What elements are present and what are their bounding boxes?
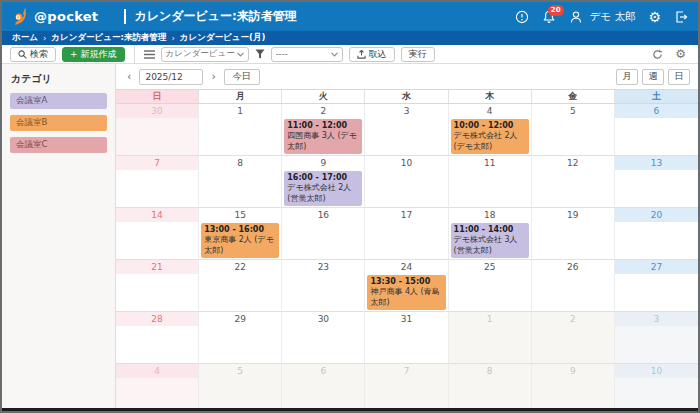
day-number: 8 bbox=[199, 156, 281, 170]
day-cell[interactable]: 26 bbox=[532, 260, 615, 312]
day-number: 22 bbox=[199, 260, 281, 274]
day-cell[interactable]: 1 bbox=[199, 104, 282, 156]
search-button-label: 検索 bbox=[30, 48, 48, 61]
breadcrumb-item[interactable]: カレンダービュー:来訪者管理 bbox=[51, 32, 166, 44]
event-chip[interactable]: 16:00 - 17:00デモ株式会社 2人 (営業太郎) bbox=[284, 171, 362, 206]
day-cell[interactable]: 22 bbox=[199, 260, 282, 312]
logo-text: @pocket bbox=[34, 9, 98, 24]
user-name[interactable]: デモ 太郎 bbox=[590, 10, 636, 24]
day-cell[interactable]: 410:00 - 12:00デモ株式会社 2人 (デモ太郎) bbox=[449, 104, 532, 156]
day-cell[interactable]: 211:00 - 12:00四国商事 3人 (デモ 太郎) bbox=[282, 104, 365, 156]
day-cell[interactable]: 3 bbox=[615, 312, 698, 364]
day-cell[interactable]: 1 bbox=[449, 312, 532, 364]
search-icon bbox=[18, 50, 27, 59]
view-day-button[interactable]: 日 bbox=[668, 69, 690, 85]
day-number: 3 bbox=[365, 104, 447, 118]
import-button[interactable]: 取込 bbox=[349, 47, 395, 62]
day-cell[interactable]: 13 bbox=[615, 156, 698, 208]
event-chip[interactable]: 10:00 - 12:00デモ株式会社 2人 (デモ太郎) bbox=[451, 119, 529, 154]
day-cell[interactable]: 6 bbox=[615, 104, 698, 156]
view-select-value: カレンダービュー bbox=[166, 48, 235, 60]
breadcrumb-item[interactable]: カレンダービュー(月) bbox=[180, 32, 265, 44]
day-cell[interactable]: 1513:00 - 16:00東京商事 2人 (デモ 太郎) bbox=[199, 208, 282, 260]
search-button[interactable]: 検索 bbox=[10, 47, 56, 62]
day-cell[interactable]: 28 bbox=[116, 312, 199, 364]
day-cell[interactable]: 10 bbox=[615, 364, 698, 408]
day-cell[interactable]: 6 bbox=[282, 364, 365, 408]
weekday-label: 木 bbox=[449, 90, 532, 103]
category-chip-A[interactable]: 会議室A bbox=[10, 93, 107, 109]
execute-button[interactable]: 実行 bbox=[401, 47, 435, 62]
day-cell[interactable]: 2 bbox=[532, 312, 615, 364]
day-number: 25 bbox=[449, 260, 531, 274]
category-list: 会議室A会議室B会議室C bbox=[2, 93, 115, 153]
day-number: 9 bbox=[532, 364, 614, 378]
day-number: 19 bbox=[532, 208, 614, 222]
category-chip-B[interactable]: 会議室B bbox=[10, 115, 107, 131]
event-chip[interactable]: 11:00 - 12:00四国商事 3人 (デモ 太郎) bbox=[284, 119, 362, 154]
day-cell[interactable]: 31 bbox=[365, 312, 448, 364]
day-cell[interactable]: 7 bbox=[365, 364, 448, 408]
day-cell[interactable]: 4 bbox=[116, 364, 199, 408]
notifications-bell[interactable]: 20 bbox=[542, 10, 556, 24]
day-cell[interactable]: 30 bbox=[282, 312, 365, 364]
day-cell[interactable]: 14 bbox=[116, 208, 199, 260]
day-cell[interactable]: 21 bbox=[116, 260, 199, 312]
day-cell[interactable]: 5 bbox=[532, 104, 615, 156]
day-cell[interactable]: 12 bbox=[532, 156, 615, 208]
day-cell[interactable]: 9 bbox=[532, 364, 615, 408]
create-new-button[interactable]: + 新規作成 bbox=[62, 47, 125, 62]
view-month-button[interactable]: 月 bbox=[616, 69, 638, 85]
day-number: 14 bbox=[116, 208, 198, 222]
prev-month-button[interactable]: ‹ bbox=[124, 70, 134, 83]
day-cell[interactable]: 8 bbox=[449, 364, 532, 408]
list-view-icon[interactable] bbox=[144, 50, 155, 59]
calendar-settings-gear-icon[interactable]: ⚙ bbox=[675, 48, 686, 60]
day-cell[interactable]: 29 bbox=[199, 312, 282, 364]
refresh-icon[interactable] bbox=[652, 49, 663, 60]
filter-funnel-icon[interactable] bbox=[255, 49, 265, 59]
day-cell[interactable]: 19 bbox=[532, 208, 615, 260]
day-cell[interactable]: 20 bbox=[615, 208, 698, 260]
day-cell[interactable]: 5 bbox=[199, 364, 282, 408]
event-chip[interactable]: 11:00 - 14:00デモ株式会社 3人 (営業太郎) bbox=[451, 223, 529, 258]
logout-icon[interactable] bbox=[674, 10, 688, 24]
day-cell[interactable]: 25 bbox=[449, 260, 532, 312]
settings-gear-icon[interactable]: ⚙ bbox=[648, 10, 661, 24]
day-cell[interactable]: 8 bbox=[199, 156, 282, 208]
day-cell[interactable]: 7 bbox=[116, 156, 199, 208]
view-select[interactable]: カレンダービュー bbox=[161, 47, 249, 62]
today-button[interactable]: 今日 bbox=[224, 69, 260, 85]
view-week-button[interactable]: 週 bbox=[642, 69, 664, 85]
day-cell[interactable]: 16 bbox=[282, 208, 365, 260]
day-cell[interactable]: 2413:30 - 15:00神戸商事 4人 (青島 太郎) bbox=[365, 260, 448, 312]
day-cell[interactable]: 916:00 - 17:00デモ株式会社 2人 (営業太郎) bbox=[282, 156, 365, 208]
app-logo[interactable]: @pocket bbox=[10, 7, 98, 27]
day-cell[interactable]: 30 bbox=[116, 104, 199, 156]
execute-button-label: 実行 bbox=[409, 48, 427, 61]
day-cell[interactable]: 27 bbox=[615, 260, 698, 312]
day-number: 24 bbox=[365, 260, 447, 274]
day-cell[interactable]: 10 bbox=[365, 156, 448, 208]
day-cell[interactable]: 17 bbox=[365, 208, 448, 260]
breadcrumb-item[interactable]: ホーム bbox=[12, 32, 38, 44]
chevron-down-icon bbox=[331, 52, 338, 57]
day-cell[interactable]: 3 bbox=[365, 104, 448, 156]
page-title: カレンダービュー:来訪者管理 bbox=[134, 8, 297, 25]
day-cell[interactable]: 11 bbox=[449, 156, 532, 208]
day-number: 5 bbox=[532, 104, 614, 118]
next-month-button[interactable]: › bbox=[208, 70, 218, 83]
day-number: 18 bbox=[449, 208, 531, 222]
period-input[interactable] bbox=[139, 69, 203, 85]
filter-select[interactable]: ---- bbox=[271, 47, 343, 62]
day-cell[interactable]: 23 bbox=[282, 260, 365, 312]
category-chip-C[interactable]: 会議室C bbox=[10, 137, 107, 153]
toolbar-divider bbox=[134, 45, 135, 64]
info-icon[interactable] bbox=[515, 10, 529, 24]
event-chip[interactable]: 13:30 - 15:00神戸商事 4人 (青島 太郎) bbox=[367, 275, 445, 310]
event-title: デモ株式会社 3人 (営業太郎) bbox=[454, 235, 526, 256]
day-cell[interactable]: 1811:00 - 14:00デモ株式会社 3人 (営業太郎) bbox=[449, 208, 532, 260]
event-chip[interactable]: 13:00 - 16:00東京商事 2人 (デモ 太郎) bbox=[201, 223, 279, 258]
day-number: 6 bbox=[282, 364, 364, 378]
user-icon[interactable] bbox=[569, 10, 583, 24]
